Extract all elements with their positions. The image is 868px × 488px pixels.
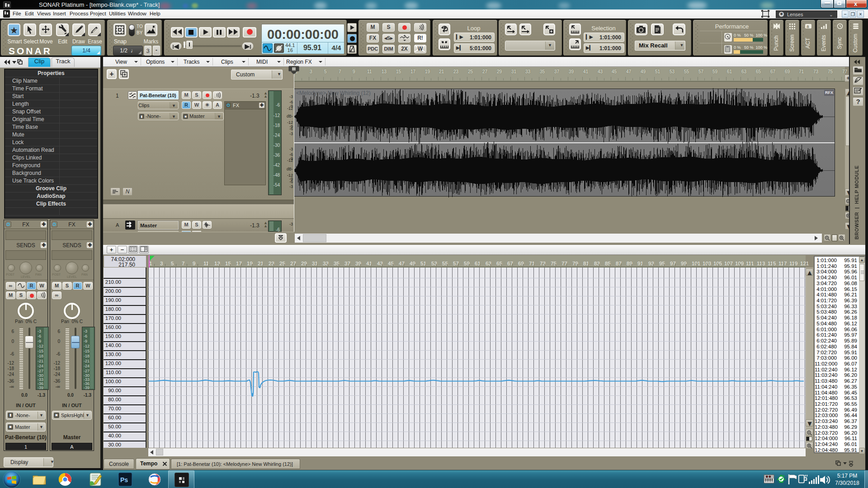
svg-text:Ps: Ps — [120, 476, 128, 483]
svg-text:a: a — [807, 24, 809, 29]
